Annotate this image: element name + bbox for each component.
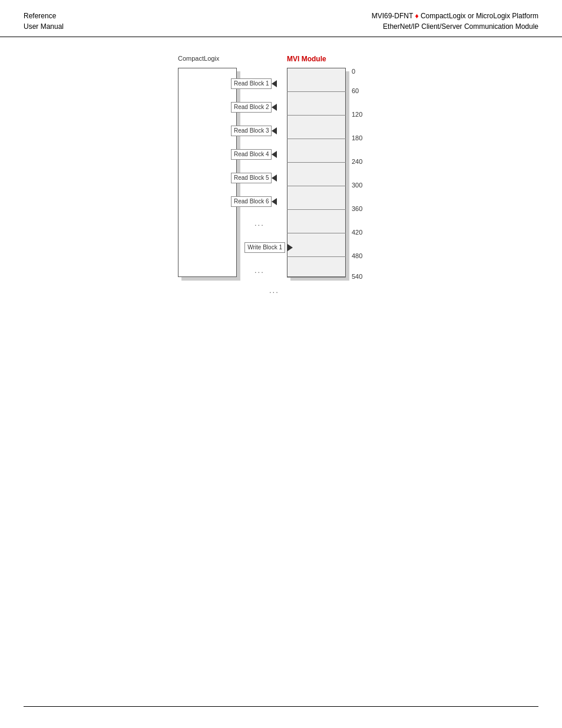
mvi-line-3	[287, 139, 346, 139]
arrow-left-read2	[272, 104, 277, 111]
block-row-read3: Read Block 3	[231, 126, 290, 136]
scale-0: 0	[352, 68, 355, 75]
arrow-left-read4	[272, 151, 277, 158]
mvi-line-4	[287, 162, 346, 163]
block-row-read1: Read Block 1	[231, 78, 290, 89]
diamond-icon: ♦	[415, 12, 418, 20]
block-label-read4: Read Block 4	[231, 149, 272, 160]
arrow-left-read1	[272, 80, 277, 87]
header-product: MVI69-DFNT ♦ CompactLogix or MicroLogix …	[372, 11, 538, 21]
header-module: EtherNet/IP Client/Server Communication …	[372, 21, 538, 32]
scale-300: 300	[352, 182, 362, 189]
arrow-right-write1	[287, 244, 293, 251]
scale-180: 180	[352, 134, 362, 141]
scale-120: 120	[352, 111, 362, 118]
mvi-line-6	[287, 209, 346, 210]
header-reference: Reference	[24, 11, 64, 21]
block-row-read6: Read Block 6	[231, 196, 290, 207]
mvi-line-5	[287, 186, 346, 186]
block-label-read1: Read Block 1	[231, 78, 272, 89]
block-label-read5: Read Block 5	[231, 173, 272, 183]
block-label-write1: Write Block 1	[244, 242, 285, 253]
header-right: MVI69-DFNT ♦ CompactLogix or MicroLogix …	[372, 11, 538, 32]
mvi-line-2	[287, 115, 346, 116]
scale-60: 60	[352, 87, 359, 94]
mvi-line-1	[287, 91, 346, 92]
box-compactlogix	[178, 68, 237, 277]
arrow-left-read3	[272, 127, 277, 134]
mvi-line-9	[287, 277, 346, 278]
box-mvi	[287, 68, 346, 277]
block-row-write1: Write Block 1	[231, 242, 293, 253]
block-row-read2: Read Block 2	[231, 102, 290, 113]
page-header: Reference User Manual MVI69-DFNT ♦ Compa…	[0, 0, 562, 37]
mvi-line-7	[287, 233, 346, 233]
block-label-read3: Read Block 3	[231, 126, 272, 136]
arrow-left-read6	[272, 198, 277, 205]
scale-420: 420	[352, 229, 362, 236]
header-left: Reference User Manual	[24, 11, 64, 32]
block-row-read5: Read Block 5	[231, 173, 290, 183]
scale-480: 480	[352, 252, 362, 259]
arrow-left-read5	[272, 174, 277, 182]
ellipsis-bottom: ...	[269, 286, 279, 295]
page-footer	[24, 706, 538, 710]
block-row-read4: Read Block 4	[231, 149, 290, 160]
scale-540: 540	[352, 273, 362, 280]
mvi-line-8	[287, 256, 346, 257]
block-label-read2: Read Block 2	[231, 102, 272, 113]
ellipsis-middle: ...	[254, 219, 265, 228]
label-compactlogix: CompactLogix	[178, 55, 219, 62]
scale-360: 360	[352, 205, 362, 212]
main-content: CompactLogix MVI Module 0 60 120 180 240…	[0, 37, 562, 320]
header-manual: User Manual	[24, 21, 64, 32]
scale-240: 240	[352, 158, 362, 165]
label-mvi: MVI Module	[287, 55, 326, 63]
ellipsis-bottom-inner: ...	[254, 266, 265, 275]
label-mvi-text: MVI Module	[287, 55, 326, 63]
block-label-read6: Read Block 6	[231, 196, 272, 207]
diagram-container: CompactLogix MVI Module 0 60 120 180 240…	[172, 55, 390, 302]
